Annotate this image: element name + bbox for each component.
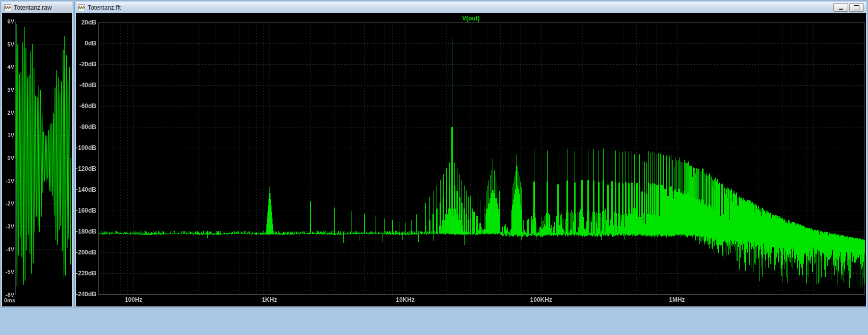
window-title-raw: Totentanz.raw (14, 4, 52, 11)
window-totentanz-raw: Totentanz.raw 6V5V4V3V2V1V0V-1V-2V-3V-4V… (1, 1, 73, 307)
titlebar-totentanz-fft[interactable]: Totentanz.fft (76, 2, 866, 13)
maximize-button[interactable] (849, 3, 864, 12)
fft-plot-pane[interactable]: V(out) 20dB0dB-20dB-40dB-60dB-80dB-100dB… (76, 13, 866, 306)
window-controls (833, 3, 864, 12)
waveform-window-icon (78, 4, 85, 11)
minimize-button[interactable] (833, 3, 848, 12)
titlebar-totentanz-raw[interactable]: Totentanz.raw (2, 2, 72, 13)
raw-plot-pane[interactable]: 6V5V4V3V2V1V0V-1V-2V-3V-4V-5V-6V0ms (2, 13, 72, 306)
raw-waveform-canvas[interactable] (2, 13, 72, 306)
ltspice-mdi-desktop: Totentanz.raw 6V5V4V3V2V1V0V-1V-2V-3V-4V… (0, 0, 868, 335)
waveform-window-icon (4, 4, 11, 11)
fft-plot-canvas[interactable] (76, 13, 866, 306)
minimize-icon (839, 9, 843, 10)
window-title-fft: Totentanz.fft (88, 4, 121, 11)
window-totentanz-fft: Totentanz.fft V(out) 20dB0dB-20dB-40dB-6… (75, 1, 867, 307)
maximize-icon (854, 5, 859, 10)
